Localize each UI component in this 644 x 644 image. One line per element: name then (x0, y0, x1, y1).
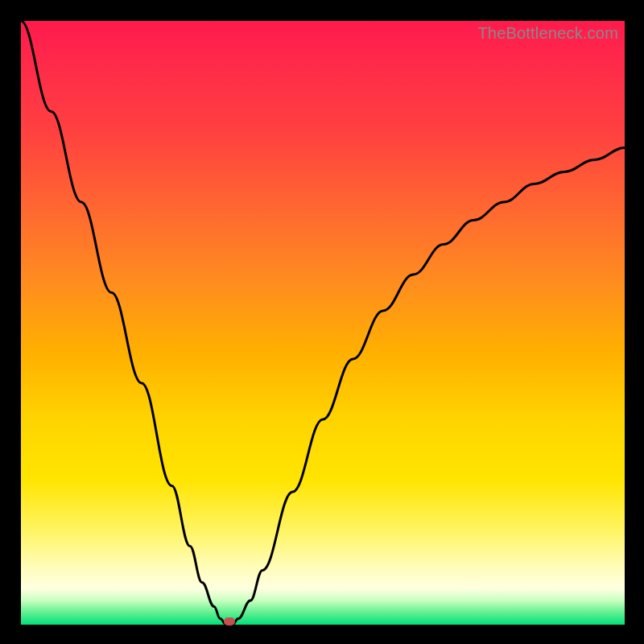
optimal-point-marker (224, 617, 235, 625)
bottleneck-curve-path (21, 21, 625, 625)
curve-layer (21, 21, 625, 625)
chart-frame: TheBottleneck.com (0, 0, 644, 644)
plot-area: TheBottleneck.com (21, 21, 625, 625)
